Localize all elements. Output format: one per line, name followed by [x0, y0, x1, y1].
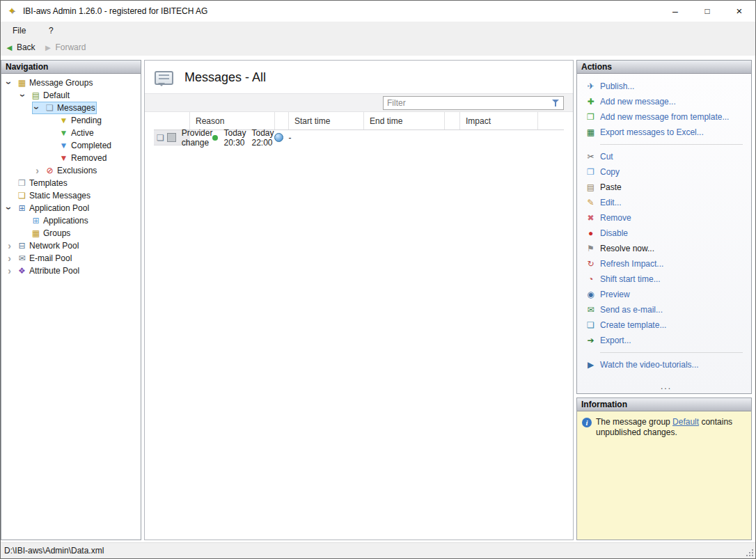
tree-item-active[interactable]: ▼Active	[1, 127, 82, 139]
content-panel: Messages - All Reason	[144, 60, 574, 540]
end-time-cell: Today 22:00	[246, 130, 274, 145]
action-copy[interactable]: ❐Copy	[585, 164, 670, 180]
column-header[interactable]: Start time	[289, 112, 364, 129]
action-preview[interactable]: ◉Preview	[585, 287, 747, 302]
action-export[interactable]: ➔Export...	[585, 333, 747, 348]
action-shift-start-time[interactable]: ◔Shift start time...	[585, 271, 747, 287]
action-resolve-now[interactable]: ⚑Resolve now...	[585, 241, 663, 256]
tree-expander-icon[interactable]	[4, 266, 15, 276]
menu-item-file[interactable]: File	[6, 24, 42, 38]
templates-icon: ❐	[17, 179, 27, 187]
filter-icon[interactable]	[551, 99, 560, 107]
message-row-provider-change[interactable]: Provider change Today 20:30 Today 22:00 …	[154, 130, 190, 145]
default-group-link[interactable]: Default	[672, 417, 699, 427]
action-refresh-impact[interactable]: ↻Refresh Impact...	[585, 256, 747, 271]
tree-item-network-pool[interactable]: ⊟Network Pool	[1, 239, 141, 252]
maximize-button[interactable]: □	[691, 1, 723, 21]
static-messages-icon: ❏	[17, 191, 27, 200]
actions-list: ✈Publish... ✚Add new message... ❐Add new…	[577, 74, 751, 393]
removed-filter-icon: ▼	[58, 154, 69, 162]
information-body: The message group Default contains unpub…	[577, 411, 751, 540]
tree-expander-icon[interactable]	[4, 241, 15, 251]
tree-item-label: Static Messages	[29, 191, 90, 200]
tree-expander-icon[interactable]	[32, 166, 42, 175]
action-cut[interactable]: ✂Cut	[585, 149, 622, 164]
back-button[interactable]: ◄ Back	[5, 42, 36, 52]
tree-item-pending[interactable]: ▼Pending	[1, 114, 77, 127]
tree-item-default[interactable]: ▤Default	[1, 89, 86, 102]
filter-input[interactable]	[387, 98, 549, 108]
action-create-template[interactable]: ❏Create template...	[585, 317, 747, 333]
action-edit[interactable]: ✎Edit...	[585, 195, 661, 210]
tree-item-completed[interactable]: ▼Completed	[1, 139, 17, 152]
menu-item-help[interactable]: ?	[42, 24, 127, 38]
action-item-label: Disable	[600, 228, 628, 238]
row-icons-cell	[154, 130, 176, 145]
tree-item-label: Active	[71, 128, 94, 138]
tree-expander-icon[interactable]	[4, 253, 15, 263]
action-add-new-message[interactable]: ✚Add new message...	[585, 94, 670, 109]
tree-row-body: ▼Removed	[46, 152, 108, 164]
action-remove[interactable]: ✖Remove	[585, 210, 666, 226]
action-item-label: Send as e-mail...	[600, 305, 663, 315]
tree-item-label: Messages	[57, 103, 95, 113]
tree-row-body: ❐Templates	[4, 177, 141, 189]
app-window: IBI-aws Admin 1.26.0 - registered for IB…	[0, 0, 756, 559]
tree-expander-icon[interactable]	[32, 103, 42, 113]
app-icon[interactable]	[6, 6, 17, 17]
status-cell	[212, 130, 218, 145]
publish-icon: ✈	[585, 82, 596, 90]
exclusions-icon: ⊘	[45, 166, 55, 175]
action-item-label: Paste	[600, 182, 622, 192]
action-add-from-template[interactable]: ❐Add new message from template...	[585, 109, 599, 125]
action-item-label: Export...	[600, 336, 631, 345]
column-header[interactable]	[154, 112, 190, 129]
close-button[interactable]: ×	[723, 1, 755, 21]
messages-bubble-icon	[155, 71, 173, 85]
action-disable[interactable]: ●Disable	[585, 226, 601, 241]
tree-item-exclusions[interactable]: ⊘Exclusions	[1, 164, 141, 177]
minimize-button[interactable]: –	[659, 1, 691, 21]
action-item-label: Publish...	[600, 81, 634, 91]
add-from-template-icon: ❐	[585, 113, 596, 121]
tree-expander-icon[interactable]	[18, 90, 29, 100]
tree-item-removed[interactable]: ▼Removed	[1, 152, 79, 164]
tree-item-attribute-pool[interactable]: ❖Attribute Pool	[1, 265, 141, 277]
applications-icon: ⊞	[31, 216, 41, 225]
tree-item-static-messages[interactable]: ❏Static Messages	[1, 189, 141, 202]
column-header[interactable]: End time	[364, 112, 445, 129]
tree-item-templates[interactable]: ❐Templates	[1, 177, 141, 189]
export-icon: ➔	[585, 336, 596, 345]
tree-item-message-groups[interactable]: ▦Message Groups	[1, 77, 38, 89]
action-paste[interactable]: ▤Paste	[585, 180, 599, 195]
titlebar[interactable]: IBI-aws Admin 1.26.0 - registered for IB…	[1, 1, 755, 22]
column-header[interactable]	[445, 112, 460, 129]
column-header[interactable]: Reason	[190, 112, 275, 129]
action-watch-video-tutorials[interactable]: ▶Watch the video-tutorials...	[585, 357, 622, 372]
column-header[interactable]	[275, 112, 289, 129]
tree-expander-icon[interactable]	[4, 203, 15, 213]
actions-separator	[600, 352, 743, 353]
tree-item-application-pool[interactable]: ⊞Application Pool	[1, 202, 141, 214]
navigation-panel: Navigation ▦Message Groups ▤Default	[1, 60, 141, 540]
action-item-label: Watch the video-tutorials...	[600, 360, 699, 370]
tree-row-body: ▼Completed	[46, 139, 113, 152]
message-list: Provider change Today 20:30 Today 22:00 …	[154, 130, 564, 145]
actions-overflow-button[interactable]: ...	[585, 381, 747, 392]
tree-item-applications[interactable]: ⊞Applications	[1, 214, 141, 227]
actions-panel: Actions ✈Publish... ✚Add new message... …	[576, 60, 752, 394]
tree-expander-icon[interactable]	[4, 78, 15, 88]
action-export-excel[interactable]: ▦Export messages to Excel...	[585, 125, 661, 140]
action-send-as-email[interactable]: ✉Send as e-mail...	[585, 302, 747, 317]
message-icon	[157, 133, 164, 143]
resize-grip[interactable]	[745, 548, 754, 557]
tree-item-messages[interactable]: ❏Messages	[1, 102, 15, 114]
column-header[interactable]: Impact	[460, 112, 538, 129]
refresh-impact-icon: ↻	[585, 260, 596, 268]
actions-panel-header: Actions	[577, 61, 751, 74]
tree-item-email-pool[interactable]: ✉E-mail Pool	[1, 252, 141, 265]
action-publish[interactable]: ✈Publish...	[585, 79, 622, 94]
tree-item-groups[interactable]: ▦Groups	[1, 227, 141, 239]
action-item-label: Remove	[600, 213, 631, 223]
forward-button[interactable]: ► Forward	[44, 42, 86, 52]
